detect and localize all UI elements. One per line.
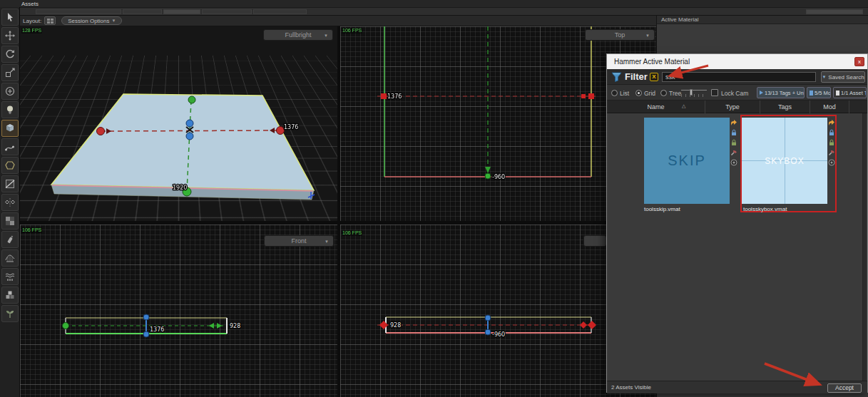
- displacement-tool-button[interactable]: [1, 249, 19, 267]
- filter-row: Filter X ▼ Saved Search: [607, 69, 867, 85]
- dialog-status-bar: 2 Assets Visible Accept: [607, 381, 867, 393]
- polygon-tool-button[interactable]: [1, 157, 19, 174]
- chevron-down-icon: ▼: [324, 33, 328, 38]
- tool-palette: [0, 7, 20, 397]
- tab-strip-segment: [202, 9, 252, 14]
- shortcut-arrow-icon[interactable]: [730, 119, 737, 126]
- lock-green-icon[interactable]: [730, 139, 737, 146]
- asset-overlay-icons: [827, 119, 836, 166]
- filter-label: Filter: [625, 71, 648, 82]
- entity-tool-button[interactable]: [1, 101, 19, 118]
- tree-radio-label: Tree: [669, 90, 681, 97]
- clip-tool-button[interactable]: [1, 175, 19, 192]
- tab-strip-segment: [163, 9, 200, 14]
- front-view-brush[interactable]: 928 1376: [20, 225, 337, 397]
- clear-filter-button[interactable]: X: [650, 73, 658, 81]
- thumbnail-text: SKIP: [668, 153, 706, 169]
- tag-icon: [760, 91, 763, 95]
- shortcut-arrow-icon[interactable]: [828, 119, 835, 126]
- sort-ascending-icon[interactable]: △: [682, 103, 685, 109]
- asset-types-filter-button[interactable]: 1/1 Asset Types: [833, 87, 867, 98]
- assets-visible-count: 2 Assets Visible: [611, 384, 651, 391]
- lock-icon[interactable]: [730, 129, 737, 136]
- mod-badge-icon[interactable]: [730, 159, 737, 166]
- session-options-button[interactable]: Session Options ▼: [61, 16, 122, 25]
- viewport-front[interactable]: 928 1376 106 FPS Front ▼: [20, 225, 337, 397]
- rotate-tool-button[interactable]: [1, 46, 19, 63]
- paint-material-tool-button[interactable]: [1, 231, 19, 248]
- position-label: 928: [230, 323, 240, 329]
- scrollbar[interactable]: [862, 113, 867, 381]
- column-header-name[interactable]: Name: [607, 100, 705, 113]
- accept-button[interactable]: Accept: [827, 383, 862, 393]
- close-button[interactable]: x: [854, 57, 864, 66]
- position-label: 928: [390, 322, 401, 329]
- viewport-perspective[interactable]: 1376 1920 128 FPS Fullbright ▼: [20, 26, 337, 221]
- perspective-mode-dropdown[interactable]: Fullbright ▼: [263, 29, 333, 41]
- filter-search-input[interactable]: [662, 72, 816, 82]
- chevron-down-icon: ▼: [325, 239, 329, 244]
- mirror-tool-button[interactable]: [1, 194, 19, 211]
- asset-overlay-icons: [730, 119, 738, 166]
- side-mode-dropdown[interactable]: [583, 235, 607, 247]
- top-mode-dropdown[interactable]: Top ▼: [585, 29, 655, 41]
- lock-icon[interactable]: [828, 129, 835, 136]
- thumbnail-size-slider[interactable]: [681, 90, 707, 97]
- dialog-title: Hammer Active Material: [607, 54, 867, 69]
- tab-strip: [0, 8, 868, 16]
- asset-list-header: Name △ Type Tags Mod: [607, 100, 867, 113]
- tab-strip-segment: [253, 9, 307, 14]
- assets-tab[interactable]: Assets: [21, 1, 39, 7]
- layout-label: Layout:: [23, 18, 41, 24]
- document-icon: [810, 91, 813, 96]
- dimension-label-y: 1920: [173, 185, 187, 191]
- column-header-mod[interactable]: Mod: [810, 100, 849, 113]
- title-bar: Assets: [0, 0, 868, 8]
- hammer-active-material-dialog: Hammer Active Material x Filter X ▼ Save…: [606, 53, 868, 393]
- viewport-divider-horizontal[interactable]: [20, 221, 656, 225]
- dimension-label-x: 1376: [387, 93, 402, 100]
- mods-filter-button[interactable]: 5/5 Mod: [807, 87, 831, 98]
- column-header-type[interactable]: Type: [705, 100, 760, 113]
- lock-green-icon[interactable]: [828, 139, 835, 146]
- tab-strip-segment: [806, 9, 863, 14]
- physics-tool-button[interactable]: [1, 268, 19, 285]
- tags-filter-button[interactable]: 13/13 Tags + Untagged: [757, 87, 805, 98]
- hammer-icon[interactable]: [828, 149, 835, 156]
- column-header-tags[interactable]: Tags: [760, 100, 810, 113]
- foliage-tool-button[interactable]: [1, 305, 19, 322]
- view-options-row: List Grid Tree Lock Cam 13/13 Tags + Unt…: [607, 85, 867, 100]
- hammer-icon[interactable]: [730, 149, 737, 156]
- lock-cam-label: Lock Cam: [721, 90, 748, 97]
- path-tool-button[interactable]: [1, 138, 19, 155]
- thumbnail-text: SKYBOX: [765, 156, 804, 166]
- dimension-label-x: 1376: [284, 124, 298, 130]
- layout-grid-button[interactable]: [44, 16, 56, 25]
- scale-tool-button[interactable]: [1, 64, 19, 81]
- saved-search-button[interactable]: ▼ Saved Search: [821, 71, 865, 83]
- slider-handle[interactable]: [690, 89, 693, 96]
- position-label: -960: [492, 174, 505, 180]
- tile-tool-button[interactable]: [1, 287, 19, 304]
- list-radio[interactable]: [611, 90, 618, 96]
- asset-thumbnail-toolsskybox[interactable]: SKYBOX: [742, 118, 827, 204]
- position-label-y: -960: [492, 331, 505, 338]
- tab-strip-segment: [36, 9, 121, 14]
- block-tool-button[interactable]: [1, 120, 19, 137]
- mod-badge-icon[interactable]: [828, 159, 835, 166]
- dimension-label-x: 1376: [150, 326, 164, 333]
- tree-radio[interactable]: [660, 90, 667, 96]
- pivot-tool-button[interactable]: [1, 83, 19, 100]
- move-tool-button[interactable]: [1, 27, 19, 44]
- chevron-down-icon: ▼: [645, 33, 650, 38]
- asset-thumbnail-toolsskip[interactable]: SKIP: [644, 118, 730, 204]
- chevron-down-icon: ▼: [112, 19, 116, 23]
- front-mode-dropdown[interactable]: Front ▼: [264, 235, 334, 247]
- select-tool-button[interactable]: [1, 9, 19, 26]
- selected-brush-gizmo[interactable]: 1376 1920: [20, 26, 337, 221]
- lock-cam-checkbox[interactable]: [711, 89, 718, 96]
- fps-counter: 106 FPS: [342, 230, 362, 236]
- viewport-divider-vertical[interactable]: [337, 26, 340, 397]
- texture-tool-button[interactable]: [1, 212, 19, 230]
- grid-radio[interactable]: [635, 90, 642, 96]
